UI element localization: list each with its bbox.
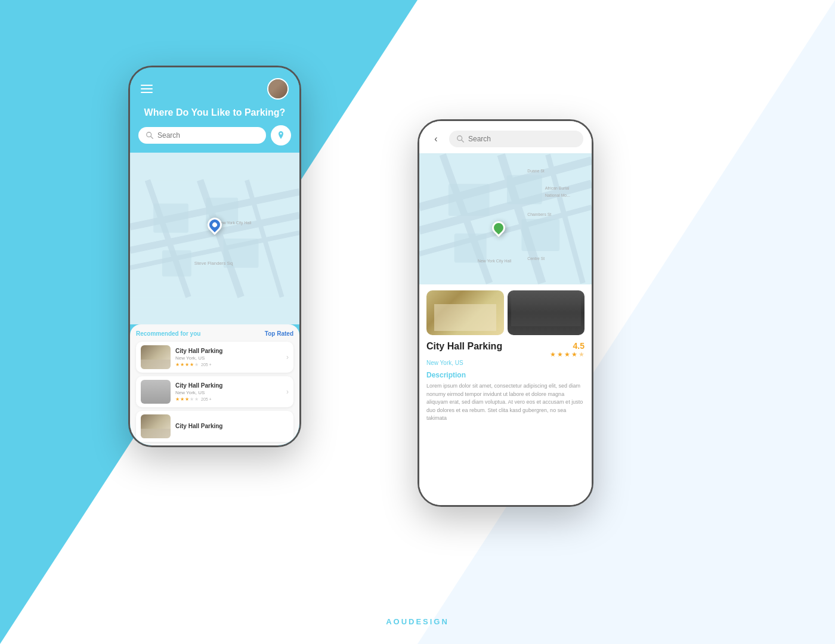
star-1: ★: [175, 397, 180, 402]
detail-parking-name: City Hall Parking: [426, 341, 502, 352]
detail-images: [426, 290, 584, 335]
recommended-label: Recommended for you: [136, 330, 200, 337]
card-name-3: City Hall Parking: [175, 423, 289, 429]
search-icon: [146, 131, 154, 140]
description-title: Description: [426, 371, 584, 379]
phone-right: ‹: [418, 119, 593, 507]
parking-card-3[interactable]: City Hall Parking: [136, 411, 293, 442]
parking-card-1[interactable]: City Hall Parking New York, US ★ ★ ★ ★ ★…: [136, 342, 293, 373]
svg-text:Chambers St: Chambers St: [527, 212, 551, 216]
card-name-2: City Hall Parking: [175, 382, 282, 389]
recommendation-panel: Recommended for you Top Rated City Hall …: [130, 324, 299, 445]
star-2: ★: [180, 397, 184, 402]
right-map-svg: Duane St African Burial National Mo... C…: [419, 153, 592, 284]
card-image-1: [141, 345, 171, 369]
svg-text:Duane St: Duane St: [527, 169, 545, 173]
card-stars-1: ★ ★ ★ ★ ★ 205 +: [175, 362, 282, 367]
search-box[interactable]: [138, 127, 266, 144]
star-3: ★: [185, 362, 189, 367]
parking-card-2[interactable]: City Hall Parking New York, US ★ ★ ★ ★ ★…: [136, 376, 293, 407]
rating-block: 4.5 ★ ★ ★ ★ ★: [550, 341, 584, 358]
search-row: [130, 125, 299, 153]
card-name-1: City Hall Parking: [175, 348, 282, 354]
card-location-2: New York, US: [175, 390, 282, 395]
svg-point-2: [280, 132, 282, 134]
svg-line-17: [462, 140, 464, 143]
detail-image-1[interactable]: [426, 290, 504, 335]
location-button[interactable]: [271, 125, 291, 145]
detail-stars: ★ ★ ★ ★ ★: [550, 351, 584, 358]
brand-label: AOUDESIGN: [386, 617, 449, 626]
rating-number: 4.5: [573, 341, 584, 351]
right-topbar: ‹: [419, 121, 592, 153]
svg-rect-10: [153, 203, 188, 233]
right-search-icon: [456, 135, 465, 143]
card-info-2: City Hall Parking New York, US ★ ★ ★ ★ ★…: [175, 382, 282, 402]
detail-star-1: ★: [550, 351, 556, 358]
svg-text:National Mo...: National Mo...: [545, 193, 570, 197]
svg-text:New York City Hall: New York City Hall: [478, 259, 512, 264]
avatar[interactable]: [267, 78, 289, 100]
map-pin-left: [208, 218, 222, 232]
detail-section: City Hall Parking 4.5 ★ ★ ★ ★ ★ New York…: [419, 284, 592, 505]
star-5: ★: [194, 397, 199, 402]
star-4: ★: [190, 397, 194, 402]
panel-header: Recommended for you Top Rated: [136, 330, 293, 337]
phone-left: Where Do You Like to Parking?: [128, 66, 301, 447]
page-title: Where Do You Like to Parking?: [130, 104, 299, 125]
detail-star-4: ★: [571, 351, 577, 358]
svg-rect-28: [521, 219, 559, 251]
star-2: ★: [180, 362, 184, 367]
svg-line-1: [151, 137, 153, 139]
card-image-2: [141, 380, 171, 404]
svg-rect-26: [507, 175, 542, 205]
star-1: ★: [175, 362, 180, 367]
card-reviews-2: 205 +: [201, 397, 212, 401]
svg-text:Steve Flanders Sq: Steve Flanders Sq: [194, 261, 233, 266]
search-input[interactable]: [157, 131, 259, 140]
svg-rect-27: [454, 233, 487, 262]
svg-rect-25: [449, 184, 490, 216]
card-arrow-1: ›: [286, 353, 289, 361]
detail-location: New York, US: [426, 360, 584, 366]
svg-text:African Burial: African Burial: [545, 186, 570, 190]
star-4: ★: [190, 362, 194, 367]
detail-star-5: ★: [579, 351, 584, 358]
pin-green: [489, 219, 508, 237]
detail-star-3: ★: [564, 351, 570, 358]
detail-image-2[interactable]: [508, 290, 585, 335]
star-3: ★: [185, 397, 189, 402]
card-stars-2: ★ ★ ★ ★ ★ 205 +: [175, 397, 282, 402]
star-5: ★: [194, 362, 199, 367]
left-topbar: [130, 67, 299, 104]
right-search-input[interactable]: [468, 135, 576, 143]
menu-icon[interactable]: [141, 85, 153, 93]
map-streets-svg: Steve Flanders Sq New York City Hall: [130, 153, 299, 324]
description-text: Lorem ipsum dolor sit amet, consectetur …: [426, 382, 584, 423]
card-reviews-1: 205 +: [201, 363, 212, 367]
card-image-3: [141, 414, 171, 438]
detail-name-row: City Hall Parking 4.5 ★ ★ ★ ★ ★: [426, 341, 584, 358]
left-map: Steve Flanders Sq New York City Hall: [130, 153, 299, 324]
card-location-1: New York, US: [175, 355, 282, 361]
map-pin-right: [492, 221, 505, 234]
back-button[interactable]: ‹: [428, 131, 444, 147]
pin-blue: [205, 215, 225, 235]
right-map: Duane St African Burial National Mo... C…: [419, 153, 592, 284]
location-icon: [276, 131, 286, 140]
svg-text:New York City Hall: New York City Hall: [218, 220, 252, 225]
top-rated-label: Top Rated: [265, 330, 293, 337]
svg-text:Centre St: Centre St: [527, 256, 545, 261]
card-info-1: City Hall Parking New York, US ★ ★ ★ ★ ★…: [175, 348, 282, 367]
card-info-3: City Hall Parking: [175, 423, 289, 431]
right-search-box[interactable]: [449, 131, 583, 147]
svg-rect-12: [162, 250, 191, 276]
detail-star-2: ★: [557, 351, 563, 358]
card-arrow-2: ›: [286, 388, 289, 396]
